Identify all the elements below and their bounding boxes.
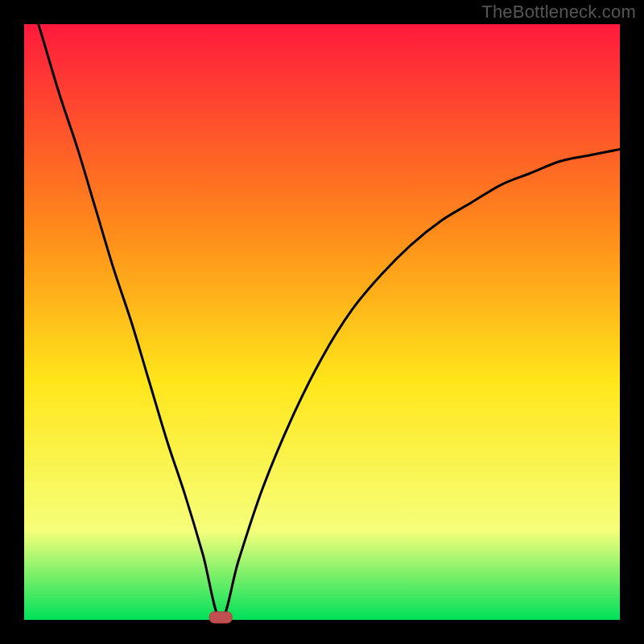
optimum-marker <box>209 612 232 623</box>
watermark-text: TheBottleneck.com <box>481 2 636 23</box>
gradient-background <box>24 24 620 620</box>
chart-frame: TheBottleneck.com <box>0 0 644 644</box>
bottleneck-chart-svg <box>0 0 644 644</box>
